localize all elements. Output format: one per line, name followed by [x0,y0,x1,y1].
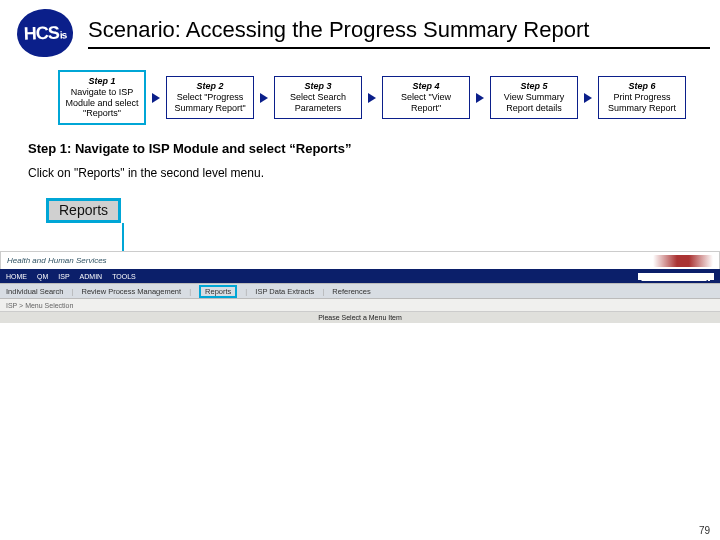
subnav-divider: | [245,287,247,296]
sim-app-header: Health and Human Services [0,251,720,269]
callout-reports-button: Reports [46,198,121,223]
arrow-icon [368,93,376,103]
step-desc: Print Progress Summary Report [608,92,676,113]
sim-header-brand: Health and Human Services [7,256,107,265]
subnav-isp-data-extracts[interactable]: ISP Data Extracts [255,287,314,296]
logo: HCSis [10,8,80,58]
screenshot-area: Reports Health and Human Services HOME Q… [0,198,720,323]
instruction-area: Step 1: Navigate to ISP Module and selec… [0,133,720,184]
step-box-6: Step 6 Print Progress Summary Report [598,76,686,118]
step-title: Step 2 [169,81,251,92]
step-box-5: Step 5 View Summary Report details [490,76,578,118]
step-title: Step 5 [493,81,575,92]
sim-breadcrumb: ISP > Menu Selection [0,299,720,311]
step-desc: Select "View Report" [401,92,451,113]
arrow-icon [476,93,484,103]
arrow-icon [584,93,592,103]
subnav-review-process[interactable]: Review Process Management [82,287,182,296]
subnav-reports[interactable]: Reports [199,285,237,298]
sim-select-banner: Please Select a Menu Item [0,311,720,323]
subnav-references[interactable]: References [332,287,370,296]
step-desc: Select Search Parameters [290,92,346,113]
step-title: Step 6 [601,81,683,92]
title-block: Scenario: Accessing the Progress Summary… [88,17,710,49]
topnav-isp[interactable]: ISP [58,273,69,280]
step-instruction: Click on "Reports" in the second level m… [28,166,692,180]
subnav-divider: | [322,287,324,296]
topnav-right-links[interactable]: Mass.Gov Home Help [638,273,714,280]
subnav-individual-search[interactable]: Individual Search [6,287,64,296]
sim-top-nav: HOME QM ISP ADMIN TOOLS Mass.Gov Home He… [0,269,720,283]
step-title: Step 1 [62,76,142,87]
step-title: Step 3 [277,81,359,92]
step-box-2: Step 2 Select "Progress Summary Report" [166,76,254,118]
topnav-home[interactable]: HOME [6,273,27,280]
step-desc: Select "Progress Summary Report" [174,92,245,113]
topnav-tools[interactable]: TOOLS [112,273,136,280]
step-box-4: Step 4 Select "View Report" [382,76,470,118]
subnav-divider: | [72,287,74,296]
step-box-3: Step 3 Select Search Parameters [274,76,362,118]
arrow-icon [260,93,268,103]
page-number: 79 [699,525,710,536]
sim-sub-nav: Individual Search | Review Process Manag… [0,283,720,299]
step-heading: Step 1: Navigate to ISP Module and selec… [28,141,692,156]
logo-text-main: HCSis [23,22,66,44]
logo-badge: HCSis [16,8,74,58]
subnav-divider: | [189,287,191,296]
step-desc: Navigate to ISP Module and select "Repor… [65,87,138,119]
step-box-1: Step 1 Navigate to ISP Module and select… [58,70,146,125]
step-title: Step 4 [385,81,467,92]
select-banner-text: Please Select a Menu Item [318,314,402,321]
steps-row: Step 1 Navigate to ISP Module and select… [0,58,720,133]
logo-sub: is [60,29,67,40]
arrow-icon [152,93,160,103]
topnav-qm[interactable]: QM [37,273,48,280]
topnav-admin[interactable]: ADMIN [80,273,103,280]
slide-header: HCSis Scenario: Accessing the Progress S… [0,0,720,58]
massgov-logo [653,255,713,267]
breadcrumb-text: ISP > Menu Selection [6,302,73,309]
callout-connector-line [122,223,124,251]
callout: Reports [46,198,720,251]
page-title: Scenario: Accessing the Progress Summary… [88,17,710,43]
logo-main: HCS [23,22,59,43]
step-desc: View Summary Report details [504,92,564,113]
